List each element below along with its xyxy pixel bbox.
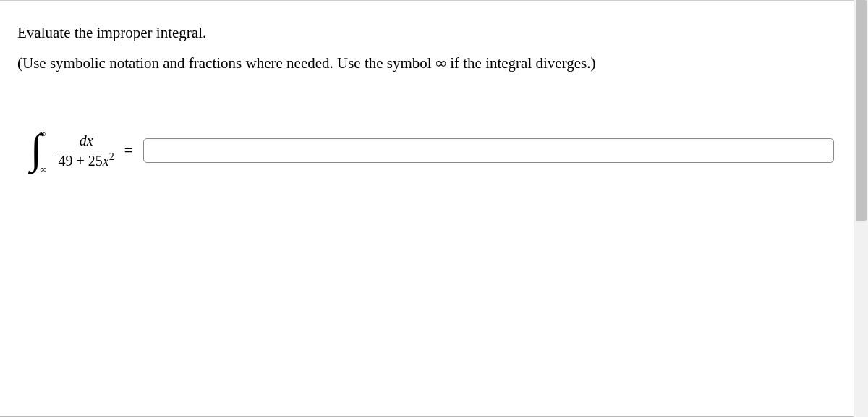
- upper-limit: ∞: [39, 128, 51, 140]
- integrand-fraction: dx 49 + 25x2: [57, 132, 116, 169]
- question-panel: Evaluate the improper integral. (Use sym…: [0, 0, 854, 417]
- equation-row: ∫ ∞ −∞ dx 49 + 25x2 =: [30, 130, 836, 172]
- lower-limit: −∞: [35, 164, 47, 175]
- vertical-scrollbar[interactable]: [854, 0, 868, 417]
- answer-input[interactable]: [143, 138, 834, 163]
- integral-limits: ∞ −∞: [39, 131, 51, 171]
- fraction-denominator: 49 + 25x2: [57, 151, 116, 169]
- question-prompt: Evaluate the improper integral.: [17, 21, 836, 46]
- integral-expression: ∫ ∞ −∞ dx 49 + 25x2 =: [30, 130, 143, 172]
- fraction-numerator: dx: [78, 132, 95, 151]
- equals-sign: =: [124, 142, 133, 160]
- question-instruction: (Use symbolic notation and fractions whe…: [17, 51, 836, 76]
- scrollbar-thumb[interactable]: [856, 0, 867, 221]
